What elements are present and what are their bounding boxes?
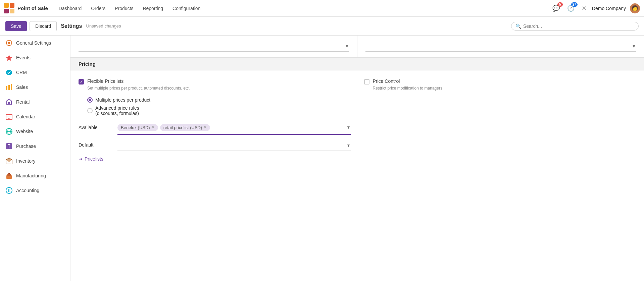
search-icon: 🔍 bbox=[515, 23, 521, 29]
page-title: Settings bbox=[61, 23, 82, 29]
discard-button[interactable]: Discard bbox=[30, 21, 57, 31]
app-logo-icon bbox=[4, 3, 15, 14]
pricelists-link-label: Pricelists bbox=[85, 156, 103, 162]
svg-rect-3 bbox=[10, 9, 14, 13]
left-dropdown[interactable]: ▼ bbox=[79, 41, 349, 52]
flexible-pricelists-item: Flexible Pricelists Set multiple prices … bbox=[79, 78, 351, 91]
crm-icon bbox=[5, 69, 13, 76]
price-control-label: Price Control bbox=[373, 78, 400, 84]
sidebar-label-accounting: Accounting bbox=[16, 188, 39, 193]
sidebar-item-crm[interactable]: CRM bbox=[0, 65, 70, 80]
purchase-icon bbox=[5, 143, 13, 150]
sidebar-item-website[interactable]: Website bbox=[0, 124, 70, 139]
svg-rect-8 bbox=[8, 85, 10, 90]
main-layout: General Settings Events CRM Sales bbox=[0, 36, 644, 281]
pricing-content: Flexible Pricelists Set multiple prices … bbox=[70, 70, 644, 170]
sidebar-label-manufacturing: Manufacturing bbox=[16, 173, 46, 178]
sidebar-item-purchase[interactable]: Purchase bbox=[0, 139, 70, 154]
content-area: ▼ ▼ Pricing Fl bbox=[70, 36, 644, 281]
tag-benelux: Benelux (USD) ✕ bbox=[117, 124, 158, 131]
app-logo[interactable]: Point of Sale bbox=[4, 3, 48, 14]
radio-multiple-prices[interactable]: Multiple prices per product bbox=[87, 97, 351, 103]
available-label: Available bbox=[79, 123, 112, 130]
tag-retail-close[interactable]: ✕ bbox=[203, 125, 207, 130]
pricing-section-title: Pricing bbox=[79, 61, 96, 67]
tag-retail: retail pricelist (USD) ✕ bbox=[160, 124, 210, 131]
price-control-item: Price Control Restrict price modificatio… bbox=[364, 78, 636, 91]
unsaved-changes-label: Unsaved changes bbox=[86, 23, 121, 29]
calendar-icon: 31 bbox=[5, 113, 13, 120]
sidebar-label-website: Website bbox=[16, 129, 33, 134]
sidebar-item-calendar[interactable]: 31 Calendar bbox=[0, 109, 70, 124]
sidebar-item-events[interactable]: Events bbox=[0, 50, 70, 65]
radio-multiple-prices-btn[interactable] bbox=[87, 97, 93, 103]
events-icon bbox=[5, 54, 13, 61]
price-control-checkbox[interactable] bbox=[364, 79, 369, 85]
accounting-icon: $ bbox=[5, 187, 13, 194]
svg-rect-10 bbox=[8, 102, 10, 104]
svg-text:$: $ bbox=[8, 189, 10, 192]
flexible-pricelists-desc: Set multiple prices per product, automat… bbox=[87, 86, 351, 91]
radio-advanced-rules-label: Advanced price rules(discounts, formulas… bbox=[95, 105, 139, 116]
svg-rect-1 bbox=[10, 3, 14, 8]
dropdown-col-left: ▼ bbox=[70, 36, 357, 57]
sidebar-item-rental[interactable]: Rental bbox=[0, 95, 70, 109]
svg-rect-7 bbox=[6, 86, 7, 90]
activity-icon-btn[interactable]: 🕐 27 bbox=[565, 3, 576, 14]
price-control-header: Price Control bbox=[364, 78, 636, 85]
sidebar-item-sales[interactable]: Sales bbox=[0, 80, 70, 95]
right-dropdown[interactable]: ▼ bbox=[365, 41, 636, 52]
nav-products[interactable]: Products bbox=[111, 4, 137, 13]
tags-input[interactable]: Benelux (USD) ✕ retail pricelist (USD) ✕… bbox=[117, 123, 351, 135]
sidebar-label-general-settings: General Settings bbox=[16, 40, 51, 46]
close-icon-btn[interactable]: ✕ bbox=[580, 3, 588, 13]
default-dropdown-arrow: ▼ bbox=[347, 143, 351, 148]
default-dropdown[interactable]: ▼ bbox=[117, 140, 351, 151]
radio-advanced-rules[interactable]: Advanced price rules(discounts, formulas… bbox=[87, 105, 351, 116]
rental-icon bbox=[5, 98, 13, 106]
flexible-pricelists-checkbox[interactable] bbox=[79, 79, 84, 85]
pricelists-arrow-icon: ➜ bbox=[79, 156, 83, 162]
default-row: Default ▼ bbox=[79, 140, 351, 151]
left-dropdown-arrow: ▼ bbox=[345, 44, 349, 49]
top-nav: Point of Sale Dashboard Orders Products … bbox=[0, 0, 644, 17]
nav-dashboard[interactable]: Dashboard bbox=[55, 4, 86, 13]
nav-right: 💬 5 🕐 27 ✕ Demo Company 🧑 bbox=[551, 3, 640, 14]
tag-benelux-close[interactable]: ✕ bbox=[151, 125, 155, 130]
sidebar-item-manufacturing[interactable]: Manufacturing bbox=[0, 168, 70, 183]
nav-configuration[interactable]: Configuration bbox=[168, 4, 204, 13]
nav-orders[interactable]: Orders bbox=[87, 4, 109, 13]
website-icon bbox=[5, 128, 13, 135]
sidebar-item-accounting[interactable]: $ Accounting bbox=[0, 183, 70, 198]
svg-rect-2 bbox=[4, 9, 9, 13]
sidebar-item-inventory[interactable]: Inventory bbox=[0, 154, 70, 168]
radio-multiple-prices-label: Multiple prices per product bbox=[95, 97, 150, 103]
sidebar-label-crm: CRM bbox=[16, 70, 27, 75]
svg-point-5 bbox=[8, 42, 10, 44]
company-name-label[interactable]: Demo Company bbox=[592, 6, 626, 11]
pricing-section-header: Pricing bbox=[70, 57, 644, 70]
user-avatar[interactable]: 🧑 bbox=[630, 3, 640, 13]
pricing-radio-options: Multiple prices per product Advanced pri… bbox=[87, 97, 351, 116]
tag-retail-label: retail pricelist (USD) bbox=[163, 125, 202, 130]
chat-icon-btn[interactable]: 💬 5 bbox=[551, 3, 561, 14]
search-input[interactable] bbox=[523, 23, 634, 29]
pricelists-link[interactable]: ➜ Pricelists bbox=[79, 156, 351, 162]
default-dropdown-container: ▼ bbox=[117, 140, 351, 151]
search-bar[interactable]: 🔍 bbox=[511, 22, 639, 31]
available-tags-container: Benelux (USD) ✕ retail pricelist (USD) ✕… bbox=[117, 123, 351, 135]
sidebar-label-events: Events bbox=[16, 55, 31, 60]
sidebar-label-inventory: Inventory bbox=[16, 158, 36, 164]
pricing-top-row: Flexible Pricelists Set multiple prices … bbox=[79, 78, 636, 162]
svg-marker-6 bbox=[6, 55, 12, 61]
activity-badge: 27 bbox=[571, 2, 578, 7]
nav-reporting[interactable]: Reporting bbox=[139, 4, 167, 13]
action-bar: Save Discard Settings Unsaved changes 🔍 bbox=[0, 17, 644, 36]
radio-advanced-rules-btn[interactable] bbox=[87, 108, 93, 113]
sidebar-item-general-settings[interactable]: General Settings bbox=[0, 36, 70, 50]
tags-dropdown-arrow: ▼ bbox=[347, 125, 351, 130]
save-button[interactable]: Save bbox=[5, 21, 27, 31]
price-control-col: Price Control Restrict price modificatio… bbox=[364, 78, 636, 162]
svg-rect-0 bbox=[4, 3, 9, 8]
sidebar-label-calendar: Calendar bbox=[16, 114, 35, 119]
